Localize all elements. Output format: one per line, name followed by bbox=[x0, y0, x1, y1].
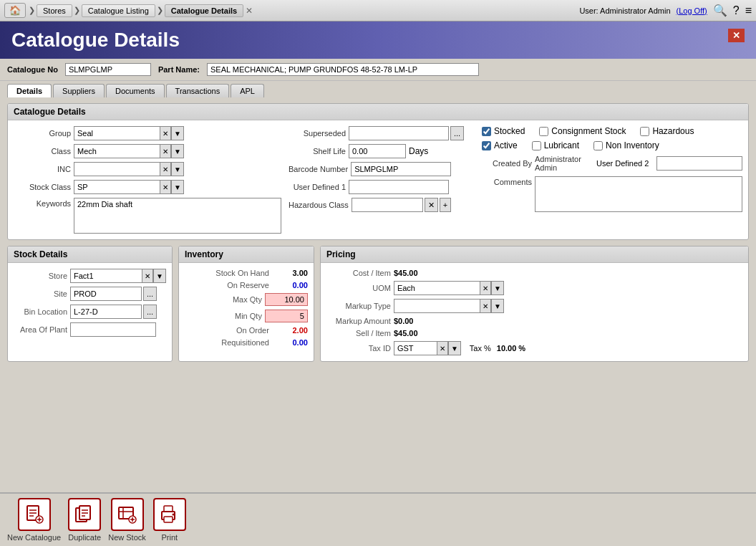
site-label: Site bbox=[14, 289, 67, 298]
superseded-row: Superseded ... bbox=[289, 126, 475, 140]
created-by-row: Created By Administrator Admin User Defi… bbox=[482, 155, 742, 172]
site-input[interactable] bbox=[70, 287, 142, 301]
user-def1-input[interactable] bbox=[349, 180, 449, 194]
superseded-browse-btn[interactable]: ... bbox=[450, 126, 464, 140]
bin-browse-btn[interactable]: ... bbox=[143, 305, 157, 319]
keywords-textarea[interactable]: 22mm Dia shaft bbox=[74, 198, 281, 234]
svg-rect-20 bbox=[164, 517, 173, 522]
uom-input[interactable] bbox=[394, 281, 480, 295]
lubricant-checkbox[interactable] bbox=[532, 141, 541, 150]
part-name-input[interactable] bbox=[207, 63, 479, 76]
print-label: Print bbox=[161, 533, 178, 542]
tab-details[interactable]: Details bbox=[7, 84, 52, 97]
print-button[interactable]: Print bbox=[153, 498, 186, 542]
tax-pct-label: Tax % bbox=[470, 344, 491, 353]
tax-id-label: Tax ID bbox=[326, 344, 391, 353]
user-def2-input[interactable] bbox=[656, 156, 742, 171]
markup-type-dd-btn[interactable]: ▼ bbox=[491, 299, 504, 313]
active-label: Active bbox=[494, 140, 518, 150]
logoff-link[interactable]: (Log Off) bbox=[677, 6, 707, 15]
bin-row: Bin Location ... bbox=[14, 305, 166, 319]
site-row: Site ... bbox=[14, 287, 166, 301]
store-row: Store ✕ ▼ bbox=[14, 269, 166, 283]
min-qty-input[interactable] bbox=[265, 310, 308, 322]
group-input-group: ✕ ▼ bbox=[74, 126, 184, 140]
catalogue-no-input[interactable] bbox=[65, 63, 151, 76]
tab-documents[interactable]: Documents bbox=[106, 84, 165, 97]
active-checkbox[interactable] bbox=[482, 141, 491, 150]
new-catalogue-button[interactable]: New Catalogue bbox=[7, 498, 61, 542]
class-clear-btn[interactable]: ✕ bbox=[160, 144, 171, 158]
created-by-value: Administrator Admin bbox=[535, 155, 585, 172]
inc-dd-btn[interactable]: ▼ bbox=[171, 162, 184, 176]
stock-class-clear-btn[interactable]: ✕ bbox=[160, 180, 171, 194]
class-label: Class bbox=[14, 147, 71, 155]
hazardous-class-add-btn[interactable]: + bbox=[440, 198, 451, 212]
markup-amount-value: $0.00 bbox=[394, 317, 414, 325]
user-def2-label: User Defined 2 bbox=[596, 159, 654, 168]
bin-input[interactable] bbox=[70, 305, 142, 319]
group-clear-btn[interactable]: ✕ bbox=[160, 126, 171, 140]
help-icon[interactable]: ? bbox=[733, 4, 740, 17]
uom-dd-btn[interactable]: ▼ bbox=[491, 281, 504, 295]
comments-textarea[interactable] bbox=[535, 176, 742, 212]
max-qty-label: Max Qty bbox=[185, 295, 262, 304]
inc-input[interactable] bbox=[74, 162, 160, 176]
non-inventory-label: Non Inventory bbox=[606, 140, 659, 150]
on-reserve-value: 0.00 bbox=[272, 281, 308, 289]
arrow1: ❯ bbox=[29, 6, 35, 15]
superseded-input[interactable] bbox=[349, 126, 449, 140]
user-def1-label: User Defined 1 bbox=[289, 183, 346, 191]
duplicate-button[interactable]: Duplicate bbox=[68, 498, 101, 542]
stock-on-hand-label: Stock On Hand bbox=[185, 269, 269, 277]
store-dd-btn[interactable]: ▼ bbox=[153, 269, 166, 283]
breadcrumb-close-icon[interactable]: ✕ bbox=[246, 6, 253, 16]
consignment-checkbox[interactable] bbox=[539, 127, 548, 136]
breadcrumb-details[interactable]: Catalogue Details bbox=[165, 4, 243, 17]
home-button[interactable]: 🏠 bbox=[4, 3, 26, 18]
site-group: ... bbox=[70, 287, 157, 301]
new-stock-button[interactable]: New Stock bbox=[108, 498, 146, 542]
hazardous-checkbox[interactable] bbox=[640, 127, 649, 136]
keywords-row: Keywords 22mm Dia shaft bbox=[14, 198, 281, 234]
stock-class-input[interactable] bbox=[74, 180, 160, 194]
topbar: 🏠 ❯ Stores ❯ Catalogue Listing ❯ Catalog… bbox=[0, 0, 756, 21]
tab-apl[interactable]: APL bbox=[231, 84, 264, 97]
area-input[interactable] bbox=[70, 322, 156, 337]
tab-suppliers[interactable]: Suppliers bbox=[53, 84, 105, 97]
group-dd-btn[interactable]: ▼ bbox=[171, 126, 184, 140]
tax-id-dd-btn[interactable]: ▼ bbox=[448, 341, 461, 355]
store-clear-btn[interactable]: ✕ bbox=[142, 269, 153, 283]
site-browse-btn[interactable]: ... bbox=[143, 287, 157, 301]
store-input[interactable] bbox=[70, 269, 142, 283]
breadcrumb-stores[interactable]: Stores bbox=[37, 4, 72, 17]
tax-id-input[interactable] bbox=[394, 341, 437, 355]
barcode-input[interactable] bbox=[351, 162, 451, 176]
class-dd-btn[interactable]: ▼ bbox=[171, 144, 184, 158]
hazardous-class-input[interactable] bbox=[352, 198, 423, 212]
group-input[interactable] bbox=[74, 126, 160, 140]
hazardous-class-clear-btn[interactable]: ✕ bbox=[425, 198, 438, 212]
search-icon[interactable]: 🔍 bbox=[713, 4, 727, 17]
class-input[interactable] bbox=[74, 144, 160, 158]
stock-class-dd-btn[interactable]: ▼ bbox=[171, 180, 184, 194]
inc-clear-btn[interactable]: ✕ bbox=[160, 162, 171, 176]
stock-class-label: Stock Class bbox=[14, 183, 71, 191]
markup-type-clear-btn[interactable]: ✕ bbox=[480, 299, 491, 313]
max-qty-input[interactable] bbox=[265, 293, 308, 306]
catalogue-no-label: Catalogue No bbox=[7, 65, 58, 74]
uom-clear-btn[interactable]: ✕ bbox=[480, 281, 491, 295]
tax-pct-value: 10.00 % bbox=[497, 344, 525, 353]
breadcrumb-listing[interactable]: Catalogue Listing bbox=[82, 4, 155, 17]
close-button[interactable]: ✕ bbox=[728, 29, 745, 42]
non-inventory-checkbox[interactable] bbox=[593, 141, 603, 150]
tab-transactions[interactable]: Transactions bbox=[166, 84, 230, 97]
menu-icon[interactable]: ≡ bbox=[745, 4, 752, 17]
group-row: Group ✕ ▼ bbox=[14, 126, 281, 140]
non-inventory-checkbox-row: Non Inventory bbox=[593, 140, 659, 150]
uom-label: UOM bbox=[326, 284, 391, 292]
markup-type-input[interactable] bbox=[394, 299, 480, 313]
shelf-life-input[interactable] bbox=[349, 144, 406, 158]
stocked-checkbox[interactable] bbox=[482, 127, 491, 136]
tax-id-clear-btn[interactable]: ✕ bbox=[437, 341, 448, 355]
